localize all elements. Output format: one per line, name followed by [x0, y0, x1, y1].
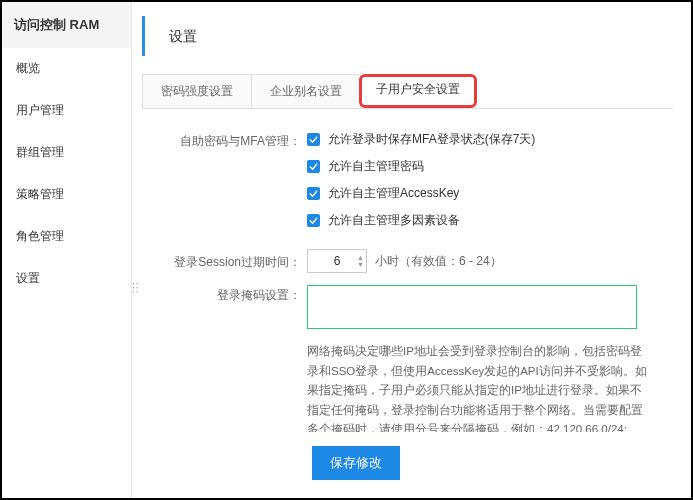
- spinner-arrows-icon[interactable]: ▲▼: [357, 254, 364, 268]
- page-title-wrap: 设置: [142, 16, 673, 56]
- session-hint: 小时（有效值：6 - 24）: [375, 253, 502, 270]
- mask-label: 登录掩码设置：: [142, 285, 307, 304]
- tab-enterprise-alias[interactable]: 企业别名设置: [251, 74, 361, 108]
- sidebar-item-groups[interactable]: 群组管理: [2, 132, 131, 174]
- sidebar: 访问控制 RAM 概览 用户管理 群组管理 策略管理 角色管理 设置: [2, 2, 132, 498]
- checkbox-manage-mfa-device[interactable]: 允许自主管理多因素设备: [307, 212, 663, 229]
- checkbox-icon: [307, 160, 320, 173]
- form-footer: 保存修改: [132, 432, 673, 498]
- sidebar-item-overview[interactable]: 概览: [2, 48, 131, 90]
- sidebar-header: 访问控制 RAM: [2, 2, 131, 48]
- mfa-label: 自助密码与MFA管理：: [142, 131, 307, 150]
- login-mask-input[interactable]: [307, 285, 637, 329]
- sidebar-item-roles[interactable]: 角色管理: [2, 216, 131, 258]
- checkbox-icon: [307, 214, 320, 227]
- sidebar-item-policies[interactable]: 策略管理: [2, 174, 131, 216]
- session-value: 6: [334, 254, 341, 268]
- save-button[interactable]: 保存修改: [312, 446, 400, 480]
- session-timeout-input[interactable]: 6 ▲▼: [307, 249, 367, 273]
- checkbox-manage-accesskey[interactable]: 允许自主管理AccessKey: [307, 185, 663, 202]
- checkbox-label: 允许登录时保存MFA登录状态(保存7天): [328, 131, 535, 148]
- settings-form: 自助密码与MFA管理： 允许登录时保存MFA登录状态(保存7天) 允许自主管理密…: [132, 109, 673, 432]
- drag-handle-icon[interactable]: ······: [132, 282, 140, 294]
- checkbox-icon: [307, 133, 320, 146]
- checkbox-label: 允许自主管理AccessKey: [328, 185, 459, 202]
- session-label: 登录Session过期时间：: [142, 252, 307, 271]
- tab-password-strength[interactable]: 密码强度设置: [142, 74, 252, 108]
- page-title: 设置: [169, 28, 673, 46]
- checkbox-label: 允许自主管理密码: [328, 158, 424, 175]
- checkbox-icon: [307, 187, 320, 200]
- checkbox-label: 允许自主管理多因素设备: [328, 212, 460, 229]
- tabs: 密码强度设置 企业别名设置 子用户安全设置: [142, 74, 673, 109]
- mask-help-text: 网络掩码决定哪些IP地址会受到登录控制台的影响，包括密码登录和SSO登录，但使用…: [307, 342, 647, 432]
- sidebar-item-settings[interactable]: 设置: [2, 258, 131, 300]
- sidebar-item-users[interactable]: 用户管理: [2, 90, 131, 132]
- checkbox-save-mfa-state[interactable]: 允许登录时保存MFA登录状态(保存7天): [307, 131, 663, 148]
- tab-subuser-security[interactable]: 子用户安全设置: [359, 74, 477, 108]
- main-content: 设置 密码强度设置 企业别名设置 子用户安全设置 自助密码与MFA管理： 允许登…: [132, 2, 691, 498]
- checkbox-manage-password[interactable]: 允许自主管理密码: [307, 158, 663, 175]
